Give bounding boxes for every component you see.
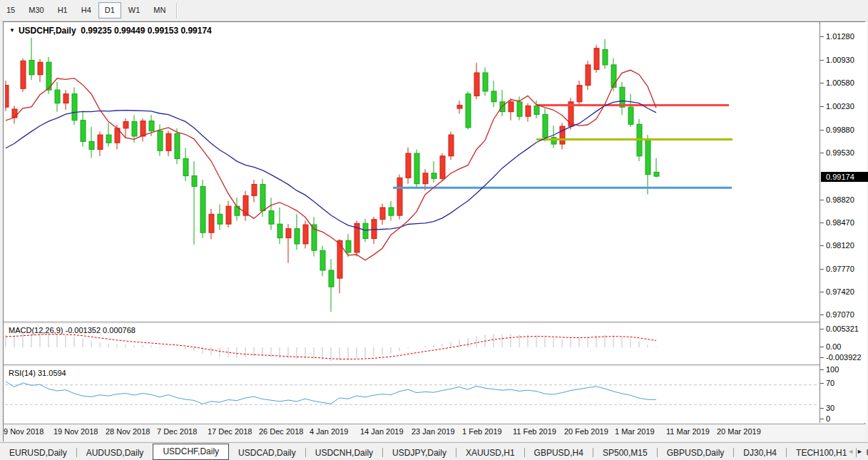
price-axis-label: 0.98120 [826, 241, 854, 250]
timeframe-button-M30[interactable]: M30 [22, 2, 50, 19]
tab-usdchf-daily[interactable]: USDCHF,Daily [153, 444, 229, 460]
macd-axis-label: 0.00 [826, 342, 841, 351]
price-axis[interactable]: 1.012801.009301.005801.002300.998800.995… [820, 22, 867, 423]
rsi-axis-label: 30 [826, 404, 834, 412]
price-chart-pane[interactable] [5, 24, 818, 322]
price-axis-label: 0.99880 [826, 126, 854, 134]
date-axis-label: 20 Feb 2019 [564, 427, 608, 436]
macd-values: -0.001352 0.000768 [65, 326, 135, 334]
price-axis-label: 0.98820 [826, 195, 854, 204]
toolbar-separator [176, 3, 178, 19]
tab-audusd-daily[interactable]: AUDUSD,Daily [77, 446, 153, 460]
tab-usdcnh-daily[interactable]: USDCNH,Daily [306, 446, 382, 460]
tab-usdcad-daily[interactable]: USDCAD,Daily [229, 446, 305, 460]
price-axis-label: 1.00230 [826, 102, 854, 111]
date-axis-label: 14 Jan 2019 [360, 427, 404, 436]
tab-tech100-h1[interactable]: TECH100,H1 [787, 446, 856, 460]
price-axis-label: 0.97070 [826, 310, 854, 319]
price-axis-label: 1.00580 [826, 78, 854, 87]
price-axis-label: 1.00930 [826, 56, 854, 64]
timeframe-button-15[interactable]: 15 [0, 2, 21, 19]
date-axis-label: 23 Jan 2019 [412, 427, 455, 436]
price-axis-label: 1.01280 [826, 32, 854, 41]
date-axis-label: 4 Jan 2019 [310, 427, 348, 436]
macd-label: MACD(12,26,9) -0.001352 0.000768 [9, 326, 136, 334]
tab-xauusd-h1[interactable]: XAUUSD,H1 [456, 446, 524, 460]
timeframe-button-H1[interactable]: H1 [51, 2, 74, 19]
tab-usdjpy-daily[interactable]: USDJPY,Daily [383, 446, 456, 460]
date-axis-label: 11 Feb 2019 [513, 427, 556, 436]
chart-ohlc-values: 0.99235 0.99449 0.99153 0.99174 [81, 26, 212, 36]
date-axis[interactable]: 9 Nov 201819 Nov 201828 Nov 20187 Dec 20… [4, 424, 865, 441]
date-axis-label: 17 Dec 2018 [208, 427, 252, 436]
date-axis-label: 1 Mar 2019 [615, 427, 655, 436]
tab-gbpusd-h4[interactable]: GBPUSD,H4 [525, 446, 593, 460]
date-axis-label: 19 Nov 2018 [53, 427, 98, 436]
date-axis-label: 11 Mar 2019 [666, 427, 710, 436]
tab-scroll-right-icon[interactable]: ► [857, 448, 866, 455]
date-axis-label: 20 Mar 2019 [717, 427, 761, 436]
timeframe-button-D1[interactable]: D1 [98, 2, 121, 19]
macd-axis-label: -0.003922 [826, 353, 862, 362]
price-axis-label: 0.97770 [826, 265, 854, 273]
tab-sp500-m15[interactable]: SP500,M15 [593, 446, 657, 460]
price-axis-label: 0.97420 [826, 287, 854, 296]
rsi-axis-label: 100 [826, 365, 839, 374]
current-price-badge: 0.99174 [821, 172, 868, 182]
date-axis-label: 7 Dec 2018 [157, 427, 197, 436]
chevron-down-icon[interactable]: ▼ [9, 27, 15, 34]
chart-symbol-label: USDCHF,Daily [19, 26, 76, 36]
timeframe-toolbar: 15M30H1H4D1W1MN [0, 0, 868, 21]
rsi-axis-label: 70 [826, 379, 834, 387]
timeframe-button-W1[interactable]: W1 [122, 2, 147, 19]
chart-tab-bar: EURUSD,DailyAUDUSD,DailyUSDCHF,DailyUSDC… [0, 442, 868, 460]
price-axis-label: 0.98470 [826, 218, 854, 227]
tab-scroll-left-icon[interactable]: ◄ [847, 448, 857, 455]
chart-title: ▼USDCHF,Daily 0.99235 0.99449 0.99153 0.… [9, 26, 212, 36]
date-axis-label: 28 Nov 2018 [106, 427, 150, 436]
timeframe-button-MN[interactable]: MN [147, 2, 172, 19]
rsi-name: RSI(14) [9, 369, 36, 377]
rsi-label: RSI(14) 31.0594 [9, 369, 66, 377]
rsi-pane[interactable] [5, 367, 818, 423]
timeframe-button-H4[interactable]: H4 [75, 2, 98, 19]
tab-eurusd-daily[interactable]: EURUSD,Daily [0, 446, 76, 460]
tab-scroll-arrows: ◄► [847, 448, 866, 455]
date-axis-label: 1 Feb 2019 [462, 427, 502, 436]
price-axis-label: 0.99530 [826, 148, 854, 157]
tab-dj30-h4[interactable]: DJ30,H4 [734, 446, 786, 460]
date-axis-label: 9 Nov 2018 [4, 427, 44, 436]
tab-gbpusd-daily[interactable]: GBPUSD,Daily [658, 446, 734, 460]
rsi-value: 31.0594 [38, 369, 66, 377]
rsi-axis-label: 0 [826, 414, 830, 423]
date-axis-label: 26 Dec 2018 [259, 427, 303, 436]
macd-axis-label: 0.005321 [826, 324, 859, 333]
macd-name: MACD(12,26,9) [9, 326, 63, 334]
